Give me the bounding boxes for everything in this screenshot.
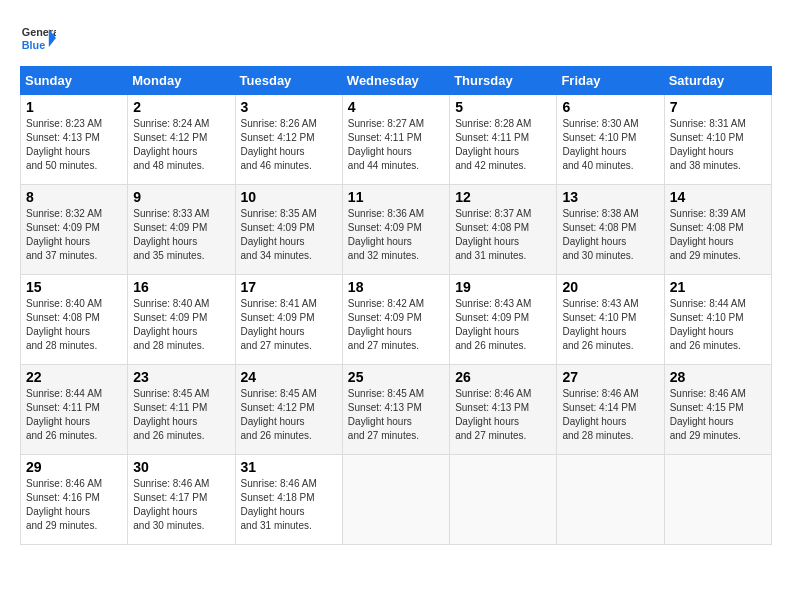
day-info: Sunrise: 8:39 AM Sunset: 4:08 PM Dayligh… <box>670 207 766 263</box>
calendar-cell: 4 Sunrise: 8:27 AM Sunset: 4:11 PM Dayli… <box>342 95 449 185</box>
calendar-cell: 5 Sunrise: 8:28 AM Sunset: 4:11 PM Dayli… <box>450 95 557 185</box>
calendar-cell: 21 Sunrise: 8:44 AM Sunset: 4:10 PM Dayl… <box>664 275 771 365</box>
day-number: 29 <box>26 459 122 475</box>
day-number: 10 <box>241 189 337 205</box>
logo: General Blue <box>20 20 60 56</box>
day-number: 28 <box>670 369 766 385</box>
day-info: Sunrise: 8:28 AM Sunset: 4:11 PM Dayligh… <box>455 117 551 173</box>
calendar-cell: 9 Sunrise: 8:33 AM Sunset: 4:09 PM Dayli… <box>128 185 235 275</box>
day-info: Sunrise: 8:32 AM Sunset: 4:09 PM Dayligh… <box>26 207 122 263</box>
calendar-cell: 11 Sunrise: 8:36 AM Sunset: 4:09 PM Dayl… <box>342 185 449 275</box>
day-number: 20 <box>562 279 658 295</box>
header-row: SundayMondayTuesdayWednesdayThursdayFrid… <box>21 67 772 95</box>
day-number: 31 <box>241 459 337 475</box>
day-info: Sunrise: 8:35 AM Sunset: 4:09 PM Dayligh… <box>241 207 337 263</box>
day-info: Sunrise: 8:40 AM Sunset: 4:08 PM Dayligh… <box>26 297 122 353</box>
calendar-cell: 18 Sunrise: 8:42 AM Sunset: 4:09 PM Dayl… <box>342 275 449 365</box>
calendar-cell: 3 Sunrise: 8:26 AM Sunset: 4:12 PM Dayli… <box>235 95 342 185</box>
calendar-week-row: 29 Sunrise: 8:46 AM Sunset: 4:16 PM Dayl… <box>21 455 772 545</box>
calendar-cell: 13 Sunrise: 8:38 AM Sunset: 4:08 PM Dayl… <box>557 185 664 275</box>
calendar-cell <box>342 455 449 545</box>
calendar-cell: 8 Sunrise: 8:32 AM Sunset: 4:09 PM Dayli… <box>21 185 128 275</box>
page-header: General Blue <box>20 20 772 56</box>
day-info: Sunrise: 8:38 AM Sunset: 4:08 PM Dayligh… <box>562 207 658 263</box>
day-number: 17 <box>241 279 337 295</box>
day-info: Sunrise: 8:46 AM Sunset: 4:16 PM Dayligh… <box>26 477 122 533</box>
day-number: 23 <box>133 369 229 385</box>
header-day: Wednesday <box>342 67 449 95</box>
day-number: 18 <box>348 279 444 295</box>
day-info: Sunrise: 8:46 AM Sunset: 4:18 PM Dayligh… <box>241 477 337 533</box>
calendar-table: SundayMondayTuesdayWednesdayThursdayFrid… <box>20 66 772 545</box>
day-number: 3 <box>241 99 337 115</box>
calendar-cell: 22 Sunrise: 8:44 AM Sunset: 4:11 PM Dayl… <box>21 365 128 455</box>
day-info: Sunrise: 8:45 AM Sunset: 4:13 PM Dayligh… <box>348 387 444 443</box>
day-info: Sunrise: 8:45 AM Sunset: 4:12 PM Dayligh… <box>241 387 337 443</box>
day-number: 19 <box>455 279 551 295</box>
day-info: Sunrise: 8:46 AM Sunset: 4:15 PM Dayligh… <box>670 387 766 443</box>
day-number: 24 <box>241 369 337 385</box>
day-number: 13 <box>562 189 658 205</box>
calendar-cell: 25 Sunrise: 8:45 AM Sunset: 4:13 PM Dayl… <box>342 365 449 455</box>
calendar-cell: 27 Sunrise: 8:46 AM Sunset: 4:14 PM Dayl… <box>557 365 664 455</box>
day-number: 8 <box>26 189 122 205</box>
day-info: Sunrise: 8:43 AM Sunset: 4:10 PM Dayligh… <box>562 297 658 353</box>
calendar-cell: 15 Sunrise: 8:40 AM Sunset: 4:08 PM Dayl… <box>21 275 128 365</box>
day-info: Sunrise: 8:33 AM Sunset: 4:09 PM Dayligh… <box>133 207 229 263</box>
calendar-cell: 10 Sunrise: 8:35 AM Sunset: 4:09 PM Dayl… <box>235 185 342 275</box>
day-info: Sunrise: 8:46 AM Sunset: 4:13 PM Dayligh… <box>455 387 551 443</box>
day-number: 25 <box>348 369 444 385</box>
header-day: Sunday <box>21 67 128 95</box>
day-info: Sunrise: 8:26 AM Sunset: 4:12 PM Dayligh… <box>241 117 337 173</box>
day-info: Sunrise: 8:44 AM Sunset: 4:10 PM Dayligh… <box>670 297 766 353</box>
header-day: Thursday <box>450 67 557 95</box>
day-number: 6 <box>562 99 658 115</box>
calendar-cell: 31 Sunrise: 8:46 AM Sunset: 4:18 PM Dayl… <box>235 455 342 545</box>
day-info: Sunrise: 8:36 AM Sunset: 4:09 PM Dayligh… <box>348 207 444 263</box>
calendar-cell: 23 Sunrise: 8:45 AM Sunset: 4:11 PM Dayl… <box>128 365 235 455</box>
day-info: Sunrise: 8:27 AM Sunset: 4:11 PM Dayligh… <box>348 117 444 173</box>
logo-icon: General Blue <box>20 20 56 56</box>
day-number: 4 <box>348 99 444 115</box>
day-info: Sunrise: 8:44 AM Sunset: 4:11 PM Dayligh… <box>26 387 122 443</box>
header-day: Monday <box>128 67 235 95</box>
calendar-cell <box>664 455 771 545</box>
day-number: 26 <box>455 369 551 385</box>
calendar-cell: 2 Sunrise: 8:24 AM Sunset: 4:12 PM Dayli… <box>128 95 235 185</box>
day-info: Sunrise: 8:45 AM Sunset: 4:11 PM Dayligh… <box>133 387 229 443</box>
header-day: Saturday <box>664 67 771 95</box>
day-info: Sunrise: 8:24 AM Sunset: 4:12 PM Dayligh… <box>133 117 229 173</box>
calendar-week-row: 22 Sunrise: 8:44 AM Sunset: 4:11 PM Dayl… <box>21 365 772 455</box>
day-number: 21 <box>670 279 766 295</box>
calendar-cell: 20 Sunrise: 8:43 AM Sunset: 4:10 PM Dayl… <box>557 275 664 365</box>
svg-text:Blue: Blue <box>22 39 45 51</box>
calendar-cell: 19 Sunrise: 8:43 AM Sunset: 4:09 PM Dayl… <box>450 275 557 365</box>
day-number: 15 <box>26 279 122 295</box>
day-number: 12 <box>455 189 551 205</box>
day-info: Sunrise: 8:37 AM Sunset: 4:08 PM Dayligh… <box>455 207 551 263</box>
header-day: Tuesday <box>235 67 342 95</box>
calendar-cell: 12 Sunrise: 8:37 AM Sunset: 4:08 PM Dayl… <box>450 185 557 275</box>
day-number: 2 <box>133 99 229 115</box>
calendar-cell: 26 Sunrise: 8:46 AM Sunset: 4:13 PM Dayl… <box>450 365 557 455</box>
calendar-week-row: 15 Sunrise: 8:40 AM Sunset: 4:08 PM Dayl… <box>21 275 772 365</box>
day-info: Sunrise: 8:46 AM Sunset: 4:17 PM Dayligh… <box>133 477 229 533</box>
day-number: 1 <box>26 99 122 115</box>
calendar-week-row: 8 Sunrise: 8:32 AM Sunset: 4:09 PM Dayli… <box>21 185 772 275</box>
calendar-cell: 7 Sunrise: 8:31 AM Sunset: 4:10 PM Dayli… <box>664 95 771 185</box>
day-number: 7 <box>670 99 766 115</box>
day-number: 11 <box>348 189 444 205</box>
day-info: Sunrise: 8:30 AM Sunset: 4:10 PM Dayligh… <box>562 117 658 173</box>
day-info: Sunrise: 8:40 AM Sunset: 4:09 PM Dayligh… <box>133 297 229 353</box>
calendar-cell <box>557 455 664 545</box>
calendar-cell: 29 Sunrise: 8:46 AM Sunset: 4:16 PM Dayl… <box>21 455 128 545</box>
day-number: 9 <box>133 189 229 205</box>
day-number: 22 <box>26 369 122 385</box>
calendar-cell: 28 Sunrise: 8:46 AM Sunset: 4:15 PM Dayl… <box>664 365 771 455</box>
calendar-week-row: 1 Sunrise: 8:23 AM Sunset: 4:13 PM Dayli… <box>21 95 772 185</box>
calendar-cell: 14 Sunrise: 8:39 AM Sunset: 4:08 PM Dayl… <box>664 185 771 275</box>
day-info: Sunrise: 8:23 AM Sunset: 4:13 PM Dayligh… <box>26 117 122 173</box>
day-number: 5 <box>455 99 551 115</box>
day-info: Sunrise: 8:46 AM Sunset: 4:14 PM Dayligh… <box>562 387 658 443</box>
calendar-cell: 17 Sunrise: 8:41 AM Sunset: 4:09 PM Dayl… <box>235 275 342 365</box>
